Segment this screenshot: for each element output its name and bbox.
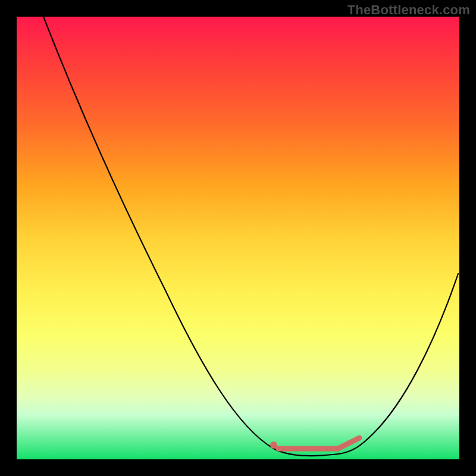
chart-svg — [17, 17, 459, 459]
watermark-text: TheBottleneck.com — [347, 2, 470, 18]
optimal-range-tail — [338, 438, 359, 449]
plot-area — [17, 17, 459, 459]
chart-frame: TheBottleneck.com — [0, 0, 476, 476]
bottleneck-curve — [43, 17, 458, 456]
